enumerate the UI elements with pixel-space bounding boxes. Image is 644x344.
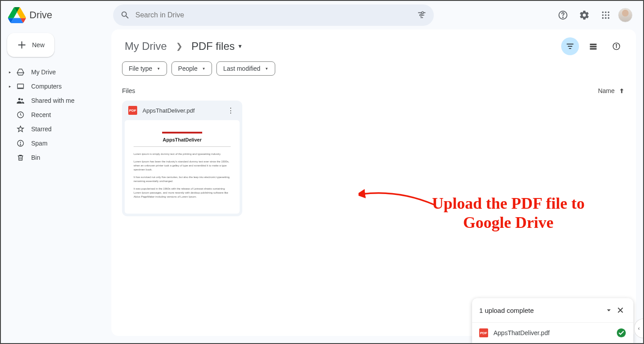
sort-label: Name — [598, 87, 615, 94]
sidebar-item-starred[interactable]: Starred — [6, 122, 106, 136]
chevron-down-icon: ▼ — [237, 43, 243, 49]
list-icon — [589, 42, 598, 51]
svg-point-16 — [608, 17, 610, 19]
breadcrumb-current[interactable]: PDF files ▼ — [189, 38, 245, 54]
svg-rect-24 — [568, 46, 572, 47]
file-grid: PDF AppsThatDeliver.pdf ⋮ AppsThatDelive… — [122, 101, 625, 216]
sidebar-item-shared[interactable]: Shared with me — [6, 93, 106, 108]
file-name: AppsThatDeliver.pdf — [143, 107, 220, 114]
svg-point-10 — [608, 12, 610, 13]
help-button[interactable] — [554, 6, 572, 24]
chip-label: File type — [129, 65, 152, 72]
svg-point-14 — [602, 17, 604, 19]
sidebar-item-label: Computers — [31, 83, 61, 90]
shared-icon — [16, 96, 25, 105]
svg-point-22 — [20, 145, 21, 146]
filter-toggle-button[interactable] — [561, 37, 579, 55]
app-header: Drive — [1, 1, 643, 29]
filter-file-type[interactable]: File type▼ — [122, 61, 167, 76]
upload-item-name: AppsThatDeliver.pdf — [493, 329, 550, 336]
search-bar[interactable] — [113, 4, 434, 26]
file-more-button[interactable]: ⋮ — [225, 106, 236, 115]
search-container — [113, 4, 434, 26]
view-tools — [561, 37, 625, 55]
toast-close-button[interactable] — [615, 304, 626, 316]
search-icon — [120, 10, 130, 20]
sidebar: New ▸My Drive ▸Computers Shared with me … — [1, 29, 111, 343]
file-card-header: PDF AppsThatDeliver.pdf ⋮ — [122, 101, 242, 120]
sidebar-item-label: Starred — [31, 125, 52, 133]
sidebar-item-computers[interactable]: ▸Computers — [6, 79, 106, 93]
chevron-down-icon: ▼ — [202, 67, 205, 71]
apps-icon — [601, 10, 611, 20]
arrow-up-icon — [618, 87, 625, 94]
svg-rect-27 — [590, 46, 597, 47]
file-card[interactable]: PDF AppsThatDeliver.pdf ⋮ AppsThatDelive… — [122, 101, 242, 216]
svg-rect-25 — [569, 48, 571, 49]
settings-button[interactable] — [575, 6, 593, 24]
file-thumbnail: AppsThatDeliver Lorem ipsum is simply du… — [125, 120, 240, 214]
svg-point-4 — [420, 14, 422, 16]
upload-toast-item[interactable]: PDF AppsThatDeliver.pdf — [472, 322, 633, 343]
breadcrumb: My Drive ❯ PDF files ▼ — [122, 38, 625, 54]
my-drive-icon — [16, 68, 25, 77]
svg-point-11 — [602, 14, 604, 16]
logo-area[interactable]: Drive — [8, 7, 113, 23]
svg-point-15 — [605, 17, 607, 19]
gear-icon — [579, 10, 590, 20]
success-check-icon — [616, 328, 626, 338]
new-button-label: New — [32, 41, 45, 49]
svg-point-19 — [21, 98, 23, 100]
info-button[interactable] — [607, 37, 625, 55]
upload-toast-header: 1 upload complete — [472, 298, 633, 322]
svg-rect-26 — [590, 44, 597, 45]
apps-button[interactable] — [597, 6, 615, 24]
chip-label: People — [178, 65, 198, 72]
expand-icon[interactable]: ▸ — [9, 84, 11, 89]
new-button[interactable]: New — [7, 33, 54, 57]
header-actions — [554, 6, 636, 24]
star-icon — [16, 125, 25, 134]
sidebar-item-my-drive[interactable]: ▸My Drive — [6, 65, 106, 79]
svg-rect-23 — [567, 44, 574, 45]
pdf-icon: PDF — [479, 328, 488, 337]
svg-point-18 — [18, 98, 20, 100]
recent-icon — [16, 110, 25, 119]
search-options-icon[interactable] — [417, 10, 427, 20]
list-view-button[interactable] — [584, 37, 602, 55]
filter-icon — [566, 42, 575, 51]
sidebar-item-spam[interactable]: Spam — [6, 136, 106, 150]
svg-point-7 — [562, 17, 563, 18]
sidebar-item-label: Bin — [31, 154, 40, 161]
breadcrumb-root[interactable]: My Drive — [122, 38, 170, 54]
filter-last-modified[interactable]: Last modified▼ — [216, 61, 275, 76]
sidebar-item-label: Recent — [31, 111, 51, 118]
svg-point-30 — [616, 45, 617, 45]
help-icon — [558, 10, 568, 20]
upload-toast: 1 upload complete PDF AppsThatDeliver.pd… — [472, 298, 633, 343]
account-avatar[interactable] — [618, 8, 632, 22]
sidebar-item-recent[interactable]: Recent — [6, 108, 106, 122]
sidebar-item-bin[interactable]: Bin — [6, 150, 106, 165]
svg-point-13 — [608, 14, 610, 16]
sort-header[interactable]: Name — [598, 87, 625, 94]
info-icon — [612, 42, 621, 51]
spam-icon — [16, 139, 25, 148]
search-input[interactable] — [135, 11, 412, 19]
close-icon — [616, 306, 624, 314]
svg-point-9 — [605, 12, 607, 13]
plus-icon — [17, 40, 27, 50]
sidebar-item-label: Shared with me — [31, 97, 74, 104]
svg-point-12 — [605, 14, 607, 16]
chevron-down-icon: ▼ — [157, 67, 160, 71]
svg-point-8 — [602, 12, 604, 13]
pdf-icon: PDF — [128, 106, 137, 115]
breadcrumb-current-label: PDF files — [192, 40, 235, 53]
filter-people[interactable]: People▼ — [171, 61, 212, 76]
thumb-title: AppsThatDeliver — [134, 136, 231, 144]
files-header-row: Files Name — [122, 87, 625, 94]
svg-rect-17 — [17, 84, 24, 88]
expand-icon[interactable]: ▸ — [9, 70, 11, 74]
toast-collapse-button[interactable] — [603, 304, 615, 316]
drive-logo-icon — [8, 7, 26, 23]
